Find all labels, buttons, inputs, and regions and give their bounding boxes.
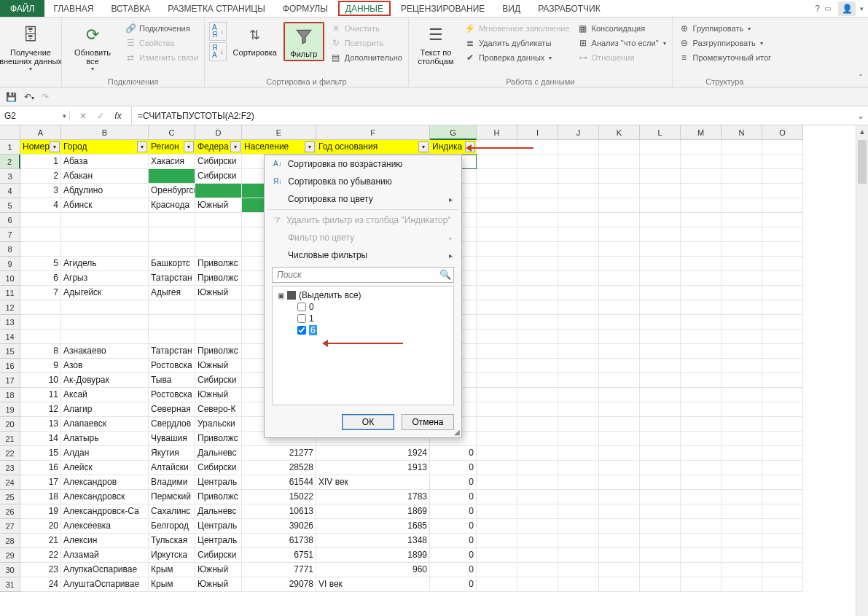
cell[interactable] xyxy=(477,373,517,388)
cell[interactable] xyxy=(722,519,762,534)
cell[interactable] xyxy=(149,330,195,344)
cell[interactable] xyxy=(149,213,195,227)
cell[interactable] xyxy=(722,227,762,242)
cell[interactable]: 1913 xyxy=(316,461,430,475)
cell[interactable] xyxy=(640,504,681,519)
cell[interactable] xyxy=(599,271,640,286)
cell[interactable] xyxy=(599,213,640,227)
cell[interactable] xyxy=(61,213,149,227)
cell[interactable] xyxy=(762,475,803,490)
cell[interactable] xyxy=(681,257,722,271)
flash-fill-button[interactable]: ⚡Мгновенное заполнение xyxy=(463,22,571,35)
cell[interactable] xyxy=(477,417,517,432)
advanced-filter-button[interactable]: ▤Дополнительно xyxy=(329,51,404,64)
cell[interactable]: Алдан xyxy=(61,446,149,461)
cell[interactable]: 4 xyxy=(20,198,61,213)
cell[interactable] xyxy=(517,446,558,461)
filter-values-tree[interactable]: ▣ (Выделить все) 0 1 6 xyxy=(272,286,454,405)
cell[interactable] xyxy=(640,490,681,504)
cell[interactable]: 16 xyxy=(20,461,61,475)
cell[interactable] xyxy=(762,563,803,577)
cell[interactable] xyxy=(558,155,599,169)
cell[interactable] xyxy=(640,373,681,388)
cell[interactable]: 0 xyxy=(430,563,477,577)
cell[interactable]: Сибирски xyxy=(195,155,242,169)
cell[interactable] xyxy=(558,271,599,286)
cell[interactable] xyxy=(558,402,599,417)
row-header[interactable]: 1 xyxy=(0,140,20,155)
select-all-button[interactable] xyxy=(0,125,20,140)
cell[interactable]: 9 xyxy=(20,359,61,373)
cell[interactable]: 28528 xyxy=(242,461,316,475)
cell[interactable] xyxy=(517,286,558,300)
cell[interactable] xyxy=(599,155,640,169)
vertical-scrollbar[interactable]: ▲ xyxy=(856,125,868,616)
cell[interactable] xyxy=(722,286,762,300)
cell[interactable] xyxy=(640,184,681,198)
cell[interactable] xyxy=(762,300,803,315)
cell[interactable] xyxy=(477,461,517,475)
row-header[interactable]: 15 xyxy=(0,344,20,359)
sort-descending-item[interactable]: Я↓Сортировка по убыванию xyxy=(265,173,461,190)
cell[interactable] xyxy=(195,315,242,330)
cell[interactable] xyxy=(477,388,517,402)
row-header[interactable]: 23 xyxy=(0,461,20,475)
cell[interactable] xyxy=(517,155,558,169)
cell[interactable] xyxy=(762,155,803,169)
cell[interactable]: Алексеевка xyxy=(61,519,149,534)
filter-cancel-button[interactable]: Отмена xyxy=(402,414,454,430)
cell[interactable] xyxy=(599,475,640,490)
cell[interactable]: 0 xyxy=(430,534,477,548)
cell[interactable] xyxy=(599,388,640,402)
cell[interactable] xyxy=(681,504,722,519)
cell[interactable]: Аксай xyxy=(61,388,149,402)
cell[interactable]: 1924 xyxy=(316,446,430,461)
cell[interactable]: 23 xyxy=(20,563,61,577)
column-headers[interactable]: ABCDEFGHIJKLMNO xyxy=(20,125,803,140)
scroll-thumb[interactable] xyxy=(858,140,867,184)
relationships-button[interactable]: ⊶Отношения xyxy=(576,51,668,64)
cell[interactable] xyxy=(722,155,762,169)
cell[interactable] xyxy=(640,388,681,402)
cell[interactable] xyxy=(599,504,640,519)
cell[interactable] xyxy=(762,504,803,519)
cell[interactable]: Хакасия xyxy=(149,155,195,169)
col-header-F[interactable]: F xyxy=(316,125,430,140)
cell[interactable] xyxy=(558,286,599,300)
cell[interactable] xyxy=(681,344,722,359)
cell[interactable] xyxy=(722,169,762,184)
sort-asc-button[interactable]: AЯ↓ xyxy=(209,22,227,41)
cell[interactable] xyxy=(20,300,61,315)
cell[interactable] xyxy=(558,344,599,359)
cell[interactable]: Татарстан xyxy=(149,271,195,286)
row-header[interactable]: 28 xyxy=(0,534,20,548)
cell[interactable]: Адыгейск xyxy=(61,286,149,300)
cell[interactable] xyxy=(517,344,558,359)
cell[interactable] xyxy=(599,300,640,315)
cell[interactable] xyxy=(477,213,517,227)
cell[interactable]: 19 xyxy=(20,504,61,519)
tab-view[interactable]: ВИД xyxy=(493,0,529,17)
cell[interactable]: 1899 xyxy=(316,548,430,563)
tab-formulas[interactable]: ФОРМУЛЫ xyxy=(274,0,337,17)
cell[interactable] xyxy=(681,432,722,446)
cell[interactable]: Приволжс xyxy=(195,344,242,359)
cell[interactable] xyxy=(762,315,803,330)
cell[interactable]: Абинск xyxy=(61,198,149,213)
cell[interactable] xyxy=(762,359,803,373)
cell[interactable] xyxy=(517,330,558,344)
cell[interactable] xyxy=(762,388,803,402)
cell[interactable]: Ростовска xyxy=(149,388,195,402)
cell[interactable] xyxy=(640,227,681,242)
cell[interactable] xyxy=(477,548,517,563)
cell[interactable] xyxy=(517,402,558,417)
edit-links-button[interactable]: ⇄Изменить связи xyxy=(123,51,200,64)
cell[interactable] xyxy=(762,271,803,286)
cell[interactable] xyxy=(61,315,149,330)
cell[interactable]: Алексин xyxy=(61,534,149,548)
cell[interactable] xyxy=(517,504,558,519)
number-filters-item[interactable]: Числовые фильтры▸ xyxy=(265,246,461,264)
ribbon-collapse-icon[interactable]: ▭ xyxy=(824,4,831,12)
cell[interactable] xyxy=(477,475,517,490)
group-button[interactable]: ⊕Группировать▾ xyxy=(677,22,773,35)
